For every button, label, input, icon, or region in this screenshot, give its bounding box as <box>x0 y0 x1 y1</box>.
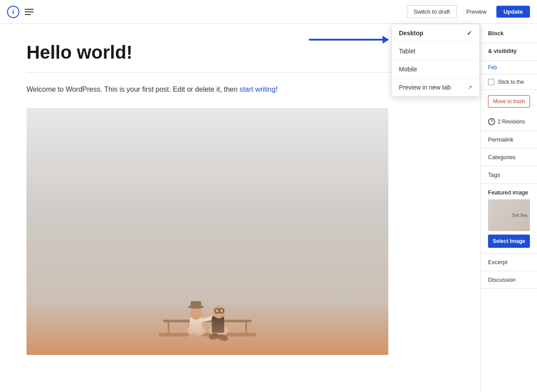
post-title[interactable]: Hello world! <box>26 41 454 63</box>
post-divider <box>26 72 454 73</box>
switch-to-draft-button[interactable]: Switch to draft <box>407 5 456 18</box>
sidebar-categories[interactable]: Categories <box>481 149 537 166</box>
start-writing-link[interactable]: start writing <box>240 86 276 93</box>
desktop-label: Desktop <box>399 30 423 37</box>
svg-rect-3 <box>245 322 247 335</box>
mobile-label: Mobile <box>399 66 417 73</box>
new-tab-label: Preview in new tab <box>399 84 451 91</box>
check-icon: ✓ <box>467 30 472 37</box>
featured-image-title: Featured image <box>488 189 530 196</box>
menu-icon[interactable] <box>25 6 37 18</box>
svg-rect-2 <box>168 322 169 335</box>
post-image <box>26 108 388 355</box>
external-link-icon: ↗ <box>468 84 472 90</box>
sidebar-permalink[interactable]: Permalink <box>481 131 537 149</box>
svg-rect-10 <box>191 301 201 308</box>
sidebar-excerpt[interactable]: Excerpt <box>481 254 537 271</box>
preview-option-mobile[interactable]: Mobile <box>392 60 479 78</box>
topbar-right: Switch to draft Preview Update <box>407 5 530 18</box>
stick-checkbox[interactable] <box>488 79 494 85</box>
stick-label: Stick to the <box>498 79 524 85</box>
svg-rect-7 <box>190 317 202 333</box>
info-icon[interactable]: i <box>7 6 19 18</box>
svg-rect-0 <box>159 333 256 336</box>
post-content: Welcome to WordPress. This is your first… <box>26 83 454 95</box>
preview-option-desktop[interactable]: Desktop ✓ <box>392 24 479 42</box>
update-button[interactable]: Update <box>496 6 530 18</box>
sidebar-tags[interactable]: Tags <box>481 166 537 184</box>
tablet-label: Tablet <box>399 48 415 55</box>
revisions-icon <box>488 118 495 125</box>
set-featured-label: Set fea <box>512 213 530 218</box>
revisions-label: 2 Revisions <box>498 119 525 125</box>
image-people-svg <box>150 249 265 355</box>
preview-option-new-tab[interactable]: Preview in new tab ↗ <box>392 78 479 96</box>
stick-row: Stick to the <box>481 75 537 90</box>
topbar: i Switch to draft Preview Update <box>0 0 537 24</box>
featured-image-thumb: Set fea <box>488 199 530 231</box>
sidebar-visibility-section: & visibility <box>481 43 537 61</box>
topbar-left: i <box>7 6 37 18</box>
sidebar-block-tab[interactable]: Block <box>481 24 537 43</box>
svg-rect-14 <box>212 316 224 333</box>
select-image-button[interactable]: Select Image <box>488 235 530 248</box>
move-to-trash-button[interactable]: Move to trash <box>488 95 530 108</box>
preview-button[interactable]: Preview <box>460 6 493 18</box>
preview-dropdown: Desktop ✓ Tablet Mobile Preview in new t… <box>391 24 480 97</box>
sidebar: Block & visibility Feb Stick to the Move… <box>481 24 537 392</box>
sidebar-discussion[interactable]: Discussion <box>481 271 537 289</box>
featured-image-section: Featured image Set fea Select Image <box>481 184 537 254</box>
preview-option-tablet[interactable]: Tablet <box>392 42 479 60</box>
revisions-row[interactable]: 2 Revisions <box>481 113 537 131</box>
sidebar-date[interactable]: Feb <box>481 61 537 75</box>
visibility-title: & visibility <box>488 48 530 54</box>
